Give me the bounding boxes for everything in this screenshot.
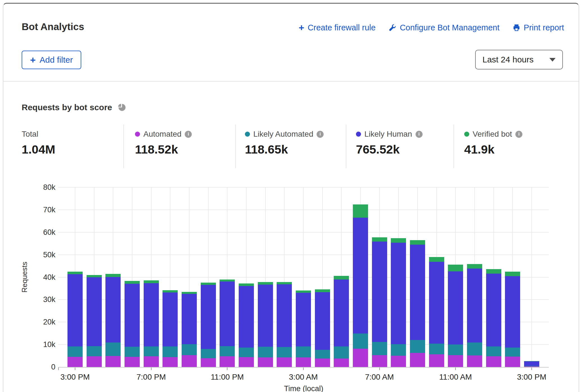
bar-segment-likely-automated [410, 340, 425, 353]
bar-column[interactable] [182, 292, 197, 367]
bar-column[interactable] [239, 283, 254, 367]
bar-segment-likely-automated [391, 344, 406, 356]
x-tick-label: 3:00 PM [50, 373, 100, 382]
bar-segment-automated [239, 357, 254, 367]
bar-segment-automated [372, 355, 387, 367]
bar-segment-likely-automated [315, 350, 330, 359]
bar-column[interactable] [125, 281, 140, 367]
bar-segment-verified-bot [505, 272, 520, 276]
bar-column[interactable] [105, 274, 121, 367]
y-tick-label: 10k [10, 340, 55, 349]
bar-segment-likely-automated [372, 342, 387, 355]
bar-column[interactable] [467, 264, 482, 367]
bar-segment-verified-bot [67, 272, 83, 274]
bar-column[interactable] [258, 282, 273, 367]
axis-tick [303, 368, 304, 370]
axis-tick [455, 368, 456, 370]
bar-column[interactable] [429, 257, 444, 367]
bar-column[interactable] [372, 237, 387, 367]
bar-segment-automated [429, 354, 444, 367]
bar-segment-automated [353, 349, 368, 367]
bar-segment-likely-human [67, 274, 83, 346]
bar-segment-verified-bot [391, 238, 406, 243]
bar-column[interactable] [391, 238, 406, 367]
bar-column[interactable] [353, 204, 368, 367]
y-tick-label: 40k [10, 273, 55, 282]
bar-segment-likely-automated [105, 343, 121, 356]
bar-segment-likely-automated [201, 349, 216, 358]
x-tick-label: 11:00 AM [430, 373, 481, 382]
bar-segment-verified-bot [125, 281, 140, 284]
bar-column[interactable] [315, 289, 330, 367]
bar-column[interactable] [448, 265, 463, 367]
bar-segment-automated [220, 356, 235, 367]
bar-segment-verified-bot [334, 276, 349, 280]
bar-segment-automated [486, 356, 501, 367]
bar-segment-automated [277, 357, 292, 367]
x-tick-label: 7:00 PM [126, 373, 177, 382]
bar-column[interactable] [144, 280, 159, 367]
bar-column[interactable] [334, 276, 349, 367]
bar-segment-likely-human [105, 277, 121, 343]
bar-segment-verified-bot [144, 280, 159, 283]
bar-segment-likely-human [391, 243, 406, 344]
bar-column[interactable] [410, 240, 425, 367]
bar-column[interactable] [296, 290, 311, 367]
bar-segment-likely-human [87, 277, 102, 346]
bar-segment-likely-human [486, 274, 501, 346]
x-tick-label: 3:00 AM [278, 373, 329, 382]
bar-segment-likely-human [353, 218, 368, 334]
bar-column[interactable] [87, 275, 102, 367]
requests-by-bot-score-chart: Requests Time (local) 010k20k30k40k50k60… [3, 4, 579, 392]
bar-column[interactable] [524, 361, 539, 367]
bar-segment-likely-automated [486, 346, 501, 357]
y-tick-label: 30k [10, 295, 55, 304]
bar-segment-likely-automated [163, 346, 178, 357]
bar-segment-likely-automated [258, 347, 273, 357]
bar-segment-likely-human [467, 269, 482, 343]
bar-column[interactable] [505, 272, 520, 367]
bar-segment-likely-automated [125, 347, 140, 357]
bar-segment-likely-human [296, 293, 311, 346]
bar-segment-automated [296, 357, 311, 367]
bar-segment-automated [410, 353, 425, 367]
bar-segment-verified-bot [239, 283, 254, 286]
y-tick-label: 50k [10, 250, 55, 259]
y-tick-label: 70k [10, 205, 55, 214]
bar-column[interactable] [277, 282, 292, 367]
bar-column[interactable] [486, 269, 501, 367]
bar-segment-likely-human [524, 361, 539, 366]
bar-segment-likely-human [334, 280, 349, 346]
bar-column[interactable] [67, 272, 83, 367]
bar-segment-verified-bot [87, 275, 102, 278]
bar-segment-automated [125, 357, 140, 367]
bar-segment-likely-human [163, 292, 178, 346]
bar-segment-automated [448, 355, 463, 367]
bar-column[interactable] [201, 283, 216, 367]
bar-segment-likely-human [277, 284, 292, 347]
bar-segment-automated [334, 359, 349, 367]
bar-segment-automated [163, 357, 178, 367]
bar-segment-verified-bot [429, 257, 444, 262]
bar-segment-automated [258, 357, 273, 367]
bar-segment-likely-automated [87, 346, 102, 356]
bar-column[interactable] [163, 290, 178, 367]
y-tick-label: 60k [10, 228, 55, 237]
bar-segment-likely-automated [239, 348, 254, 357]
bar-segment-verified-bot [220, 280, 235, 281]
bar-segment-likely-human [144, 283, 159, 346]
bar-segment-verified-bot [448, 265, 463, 271]
bar-segment-automated [315, 359, 330, 367]
gridline [531, 187, 532, 367]
bar-segment-automated [87, 356, 102, 367]
bar-segment-likely-automated [467, 343, 482, 355]
bar-segment-likely-human [410, 245, 425, 340]
bar-segment-verified-bot [105, 274, 121, 277]
bar-segment-likely-automated [429, 344, 444, 354]
axis-tick [58, 368, 59, 370]
bar-segment-verified-bot [372, 237, 387, 241]
bar-column[interactable] [220, 280, 235, 367]
bot-analytics-page: Bot Analytics + Create firewall rule Con… [0, 0, 582, 392]
bar-segment-likely-human [372, 242, 387, 342]
bar-segment-automated [182, 355, 197, 367]
